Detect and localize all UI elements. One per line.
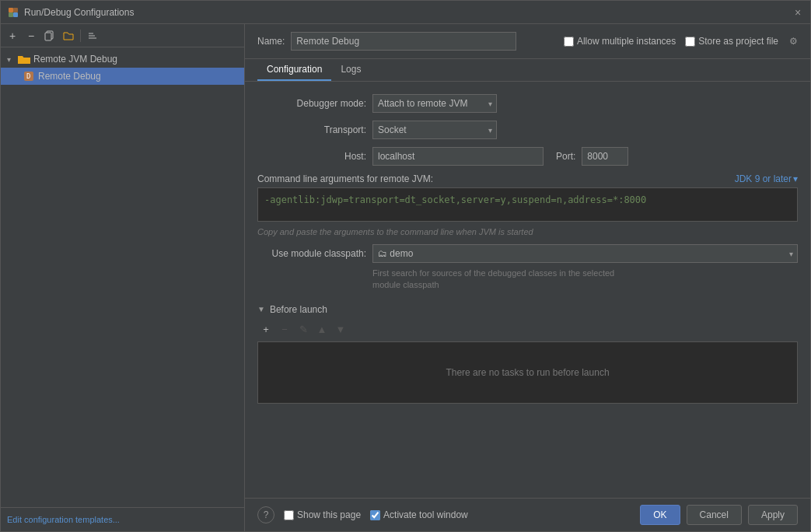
svg-rect-1 [13, 12, 18, 17]
module-select[interactable]: 🗂 demo [372, 244, 798, 263]
show-page-label[interactable]: Show this page [284, 509, 361, 520]
ok-button[interactable]: OK [640, 505, 680, 525]
before-launch-edit-btn[interactable]: ✎ [295, 321, 312, 338]
dialog-footer: ? Show this page Activate tool window OK… [245, 498, 810, 531]
transport-label: Transport: [257, 124, 366, 135]
gear-icon[interactable]: ⚙ [789, 36, 798, 47]
tree-group-item[interactable]: ▾ Remote JVM Debug [1, 51, 244, 68]
cancel-button[interactable]: Cancel [687, 505, 742, 525]
dialog-title: Run/Debug Configurations [24, 7, 792, 18]
before-launch-content: There are no tasks to run before launch [257, 341, 798, 404]
config-tree: ▾ Remote JVM Debug D R [1, 47, 244, 507]
tab-configuration[interactable]: Configuration [257, 59, 331, 81]
activate-tool-checkbox[interactable] [370, 510, 380, 520]
allow-multiple-checkbox[interactable] [564, 37, 574, 47]
left-panel: + − [1, 24, 245, 531]
before-launch-section: ▼ Before launch + − ✎ ▲ ▼ There are no t… [257, 304, 798, 404]
module-row: Use module classpath: 🗂 demo ▾ [257, 244, 798, 263]
sort-config-button[interactable] [84, 27, 101, 44]
config-header: Name: Allow multiple instances Store as … [245, 24, 810, 59]
config-toolbar: + − [1, 24, 244, 47]
host-input[interactable] [372, 147, 544, 166]
allow-multiple-label[interactable]: Allow multiple instances [564, 36, 676, 47]
transport-select[interactable]: Socket Shared memory [372, 121, 497, 139]
tree-config-label: Remote Debug [38, 71, 101, 82]
before-launch-title: Before launch [270, 304, 327, 315]
cmd-label: Command line arguments for remote JVM: [257, 173, 433, 184]
group-folder-icon [18, 53, 30, 65]
host-port-row: Host: Port: [257, 147, 798, 166]
show-page-checkbox[interactable] [284, 510, 294, 520]
name-label: Name: [257, 36, 285, 47]
title-bar: Run/Debug Configurations × [1, 1, 810, 24]
dialog-content: + − [1, 24, 810, 531]
config-tabs: Configuration Logs [245, 59, 810, 82]
folder-config-button[interactable] [60, 27, 77, 44]
svg-rect-2 [9, 12, 13, 17]
activate-tool-label[interactable]: Activate tool window [370, 509, 468, 520]
svg-text:D: D [26, 72, 30, 80]
config-options: Allow multiple instances Store as projec… [564, 36, 798, 47]
footer-left: ? Show this page Activate tool window [257, 506, 468, 523]
debugger-mode-label: Debugger mode: [257, 98, 366, 109]
cmd-textarea[interactable]: -agentlib:jdwp=transport=dt_socket,serve… [257, 187, 798, 222]
no-tasks-message: There are no tasks to run before launch [446, 367, 609, 378]
before-launch-remove-btn[interactable]: − [276, 321, 293, 338]
module-label: Use module classpath: [257, 248, 366, 259]
before-launch-up-btn[interactable]: ▲ [313, 321, 330, 338]
svg-rect-0 [9, 8, 13, 12]
before-launch-toolbar: + − ✎ ▲ ▼ [257, 321, 798, 338]
debugger-mode-row: Debugger mode: Attach to remote JVM List… [257, 94, 798, 113]
add-config-button[interactable]: + [4, 27, 21, 44]
apply-button[interactable]: Apply [748, 505, 798, 525]
help-button[interactable]: ? [257, 506, 274, 523]
store-as-project-checkbox[interactable] [685, 37, 695, 47]
before-launch-arrow[interactable]: ▼ [257, 305, 265, 313]
config-body: Debugger mode: Attach to remote JVM List… [245, 82, 810, 498]
config-item-icon: D [23, 70, 35, 82]
left-panel-footer: Edit configuration templates... [1, 507, 244, 531]
module-select-wrapper: 🗂 demo ▾ [372, 244, 798, 263]
store-as-project-label[interactable]: Store as project file [685, 36, 778, 47]
svg-rect-3 [13, 8, 18, 12]
tree-expand-arrow: ▾ [7, 55, 15, 64]
debugger-mode-wrapper: Attach to remote JVM Listen to remote JV… [372, 94, 497, 113]
name-row: Name: [257, 32, 551, 51]
tab-logs[interactable]: Logs [331, 59, 370, 81]
right-panel: Name: Allow multiple instances Store as … [245, 24, 810, 531]
cmd-hint: Copy and paste the arguments to the comm… [257, 227, 798, 236]
svg-rect-5 [45, 33, 51, 40]
footer-right: OK Cancel Apply [640, 505, 798, 525]
tree-config-item[interactable]: D Remote Debug [1, 68, 244, 85]
before-launch-down-btn[interactable]: ▼ [332, 321, 349, 338]
dialog-icon [7, 6, 19, 19]
port-input[interactable] [582, 147, 628, 166]
module-hint: First search for sources of the debugged… [372, 268, 798, 292]
jdk-link[interactable]: JDK 9 or later ▾ [735, 173, 798, 184]
host-label: Host: [257, 151, 366, 162]
close-button[interactable]: × [792, 6, 804, 19]
before-launch-add-btn[interactable]: + [257, 321, 274, 338]
name-input[interactable] [291, 32, 516, 51]
cmd-header: Command line arguments for remote JVM: J… [257, 173, 798, 184]
debugger-mode-select[interactable]: Attach to remote JVM Listen to remote JV… [372, 94, 497, 113]
toolbar-separator [80, 30, 81, 42]
copy-config-button[interactable] [41, 27, 58, 44]
before-launch-header: ▼ Before launch [257, 304, 798, 315]
transport-row: Transport: Socket Shared memory ▾ [257, 121, 798, 139]
edit-templates-link[interactable]: Edit configuration templates... [7, 515, 120, 524]
tree-group-label: Remote JVM Debug [33, 54, 117, 65]
port-label: Port: [556, 151, 575, 162]
remove-config-button[interactable]: − [23, 27, 40, 44]
cmd-section: Command line arguments for remote JVM: J… [257, 173, 798, 236]
run-debug-dialog: Run/Debug Configurations × + − [0, 0, 811, 532]
transport-wrapper: Socket Shared memory ▾ [372, 121, 497, 139]
